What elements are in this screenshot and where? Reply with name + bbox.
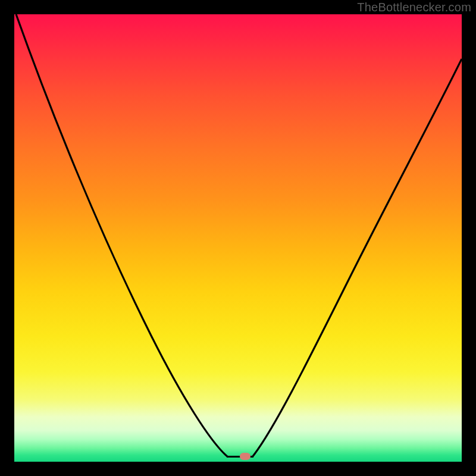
attribution-text: TheBottlenecker.com <box>357 1 471 14</box>
minimum-marker <box>240 453 250 460</box>
plot-area <box>14 14 462 462</box>
curve-line <box>14 14 462 462</box>
chart-frame: TheBottlenecker.com <box>0 0 476 476</box>
